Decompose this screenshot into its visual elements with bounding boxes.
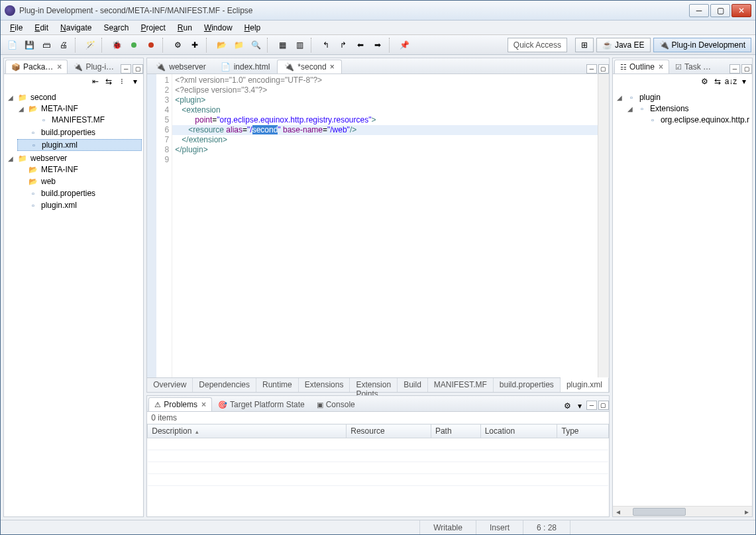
save-all-button[interactable]: 🗃 [39, 38, 54, 52]
collapse-icon[interactable]: ◢ [8, 94, 15, 101]
editor-subtab-extension-points[interactable]: Extension Points [350, 378, 398, 392]
perspective-java-ee[interactable]: ☕ Java EE [596, 38, 651, 52]
vertical-scrollbar[interactable] [598, 74, 609, 377]
menu-run[interactable]: Run [172, 22, 197, 34]
back-button[interactable]: ⬅ [353, 38, 368, 52]
minimize-view-button[interactable]: ─ [121, 64, 131, 73]
menu-window[interactable]: Window [199, 22, 238, 34]
collapse-icon[interactable]: ◢ [627, 105, 634, 113]
collapse-all-button[interactable]: ⇤ [90, 76, 101, 87]
editor-subtab-extensions[interactable]: Extensions [299, 378, 351, 392]
outline-horizontal-scrollbar[interactable]: ◂ ▸ [613, 506, 752, 516]
toggle-button2[interactable]: ▥ [292, 38, 307, 52]
debug-button[interactable]: 🐞 [109, 38, 124, 52]
minimize-problems-button[interactable]: ─ [586, 401, 597, 410]
editor-subtab-build[interactable]: Build [398, 378, 428, 392]
tree-item-extensions[interactable]: ◢▫Extensions [626, 103, 751, 114]
tab-target-platform[interactable]: 🎯 Target Platform State [212, 397, 311, 411]
menu-search[interactable]: Search [98, 22, 134, 34]
scrollbar-thumb[interactable] [633, 508, 686, 516]
tree-item-meta-inf[interactable]: ◢📂META-INF [17, 103, 142, 114]
maximize-button[interactable]: ▢ [710, 4, 730, 17]
outline-menu-button[interactable]: ▾ [739, 76, 749, 87]
minimize-editor-button[interactable]: ─ [586, 64, 597, 73]
tab-problems[interactable]: ⚠ Problems × [148, 397, 212, 411]
wand-button[interactable]: 🪄 [83, 38, 97, 52]
tab-console[interactable]: ▣ Console [311, 397, 361, 411]
tree-item-org-eclipse-equinox-http-r[interactable]: ▫org.eclipse.equinox.http.r [637, 115, 751, 125]
outline-tool2[interactable]: ⇆ [712, 76, 723, 87]
close-icon[interactable]: × [201, 400, 206, 409]
outline-tool1[interactable]: ⚙ [699, 76, 710, 87]
open-task-button[interactable]: 📁 [231, 38, 246, 52]
editor-subtab-manifest-mf[interactable]: MANIFEST.MF [428, 378, 494, 392]
maximize-view-button[interactable]: ▢ [133, 64, 143, 73]
editor-subtab-build-properties[interactable]: build.properties [494, 378, 561, 392]
collapse-icon[interactable]: ◢ [8, 155, 15, 162]
new-button[interactable]: 📄 [5, 38, 19, 52]
close-icon[interactable]: × [659, 62, 663, 72]
run-last-button[interactable] [144, 38, 158, 52]
collapse-icon[interactable]: ◢ [19, 105, 25, 113]
tree-item-build-properties[interactable]: ▫build.properties [17, 127, 142, 138]
menu-edit[interactable]: Edit [29, 22, 54, 34]
save-button[interactable]: 💾 [22, 38, 36, 52]
code-editor[interactable]: <?xml version="1.0" encoding="UTF-8"?><?… [172, 74, 598, 377]
editor-tab-second[interactable]: 🔌 *second × [277, 60, 341, 73]
view-menu-button[interactable]: ⚙ [563, 401, 573, 411]
new-plugin-button[interactable]: ⚙ [170, 38, 185, 52]
tree-item-web[interactable]: 📂web [17, 176, 142, 187]
close-icon[interactable]: × [330, 62, 335, 72]
menu-file[interactable]: File [5, 22, 28, 34]
outline-sort-button[interactable]: a↓z [726, 76, 736, 87]
tree-item-manifest-mf[interactable]: ▫MANIFEST.MF [28, 115, 142, 125]
forward-button[interactable]: ➡ [370, 38, 385, 52]
quick-access[interactable]: Quick Access [508, 38, 567, 52]
tree-item-plugin-xml[interactable]: ▫plugin.xml [17, 200, 142, 211]
editor-tab-index-html[interactable]: 📄 index.html [213, 60, 278, 73]
tree-item-meta-inf[interactable]: 📂META-INF [17, 164, 142, 175]
prev-annotation-button[interactable]: ↰ [319, 38, 333, 52]
problems-table[interactable]: Description▴ResourcePathLocationType [147, 424, 609, 516]
close-button[interactable]: ✕ [731, 4, 751, 17]
print-button[interactable]: 🖨 [56, 38, 71, 52]
close-icon[interactable]: × [57, 62, 62, 72]
minimize-button[interactable]: ─ [689, 4, 709, 17]
editor-tab-webserver[interactable]: 🔌 webserver [148, 60, 213, 73]
filters-button[interactable]: ⁝ [117, 76, 127, 87]
tree-item-second[interactable]: ◢📁second [7, 92, 142, 103]
menu-navigate[interactable]: Navigate [55, 22, 97, 34]
view-dropdown-button[interactable]: ▾ [574, 401, 585, 411]
problems-col-location[interactable]: Location [480, 424, 557, 438]
maximize-outline-button[interactable]: ▢ [741, 64, 752, 73]
editor-subtab-overview[interactable]: Overview [147, 378, 193, 392]
scroll-left-icon[interactable]: ◂ [613, 507, 623, 517]
search-button[interactable]: 🔍 [248, 38, 263, 52]
new-class-button[interactable]: ✚ [188, 38, 202, 52]
collapse-icon[interactable]: ◢ [617, 94, 623, 101]
editor-subtab-runtime[interactable]: Runtime [256, 378, 299, 392]
tree-item-plugin-xml[interactable]: ▫plugin.xml [17, 139, 142, 151]
tab-task-list[interactable]: ☑ Task … [669, 60, 717, 73]
breakpoint-bar[interactable] [147, 74, 156, 377]
editor-subtab-plugin-xml[interactable]: plugin.xml [561, 377, 609, 392]
problems-col-description[interactable]: Description▴ [148, 424, 347, 438]
perspective-plugin-dev[interactable]: 🔌 Plug-in Development [653, 38, 751, 52]
tab-plugins[interactable]: 🔌 Plug-i… [68, 60, 120, 73]
scroll-right-icon[interactable]: ▸ [741, 507, 752, 517]
package-explorer-tree[interactable]: ◢📁second◢📂META-INF▫MANIFEST.MF▫build.pro… [4, 89, 143, 516]
outline-tree[interactable]: ◢▫plugin◢▫Extensions▫org.eclipse.equinox… [613, 89, 752, 506]
tree-item-plugin[interactable]: ◢▫plugin [616, 92, 751, 103]
maximize-editor-button[interactable]: ▢ [598, 64, 609, 73]
tab-package-explorer[interactable]: 📦 Packa… × [5, 60, 68, 73]
next-annotation-button[interactable]: ↱ [336, 38, 351, 52]
editor-subtab-dependencies[interactable]: Dependencies [193, 378, 256, 392]
view-menu-button[interactable]: ▾ [130, 76, 140, 87]
menu-help[interactable]: Help [239, 22, 266, 34]
tree-item-webserver[interactable]: ◢📁webserver [7, 153, 142, 164]
maximize-problems-button[interactable]: ▢ [598, 401, 609, 410]
open-perspective-button[interactable]: ⊞ [575, 38, 594, 52]
tab-outline[interactable]: ☷ Outline × [614, 60, 669, 73]
run-button[interactable] [127, 38, 141, 52]
pin-button[interactable]: 📌 [397, 38, 411, 52]
